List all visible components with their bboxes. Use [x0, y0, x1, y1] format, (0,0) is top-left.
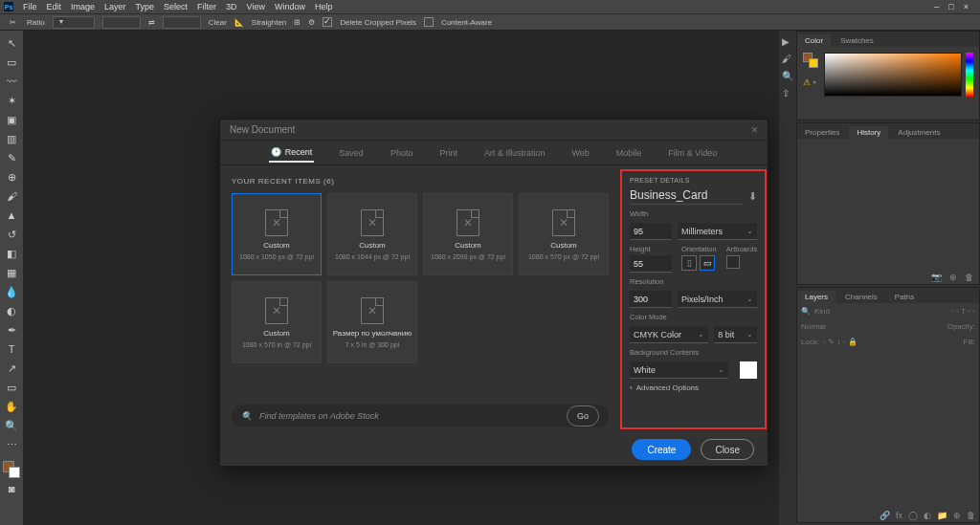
mask-icon[interactable]: ◯ — [908, 511, 918, 520]
tab-recent[interactable]: 🕑Recent — [269, 143, 315, 163]
tab-properties[interactable]: Properties — [797, 126, 847, 139]
crop-tool-icon[interactable]: ▣ — [2, 111, 21, 128]
quick-mask-icon[interactable]: ◙ — [2, 480, 21, 497]
eyedropper-tool-icon[interactable]: ✎ — [2, 149, 21, 166]
play-icon[interactable]: ▶ — [782, 36, 793, 48]
path-tool-icon[interactable]: ↗ — [2, 360, 21, 377]
shape-tool-icon[interactable]: ▭ — [2, 379, 21, 396]
preset-card[interactable]: ✕Custom1080 x 570 in @ 72 ppi — [232, 281, 322, 363]
width-input[interactable] — [102, 16, 141, 29]
color-field[interactable] — [824, 53, 962, 97]
menu-3d[interactable]: 3D — [226, 2, 237, 11]
ratio-dropdown[interactable]: ▾ — [53, 16, 95, 29]
preset-card[interactable]: ✕Custom1080 x 2098 px @ 72 ppi — [423, 193, 513, 275]
artboards-checkbox[interactable] — [726, 255, 740, 269]
straighten-icon[interactable]: 📐 — [234, 18, 244, 27]
healing-tool-icon[interactable]: ⊕ — [2, 168, 21, 186]
tab-saved[interactable]: Saved — [337, 144, 366, 162]
delete-cropped-checkbox[interactable] — [323, 17, 332, 27]
pen-tool-icon[interactable]: ✒ — [2, 321, 21, 339]
tab-history[interactable]: History — [849, 126, 888, 139]
tab-paths[interactable]: Paths — [887, 291, 922, 303]
advanced-options-toggle[interactable]: ›Advanced Options — [630, 383, 757, 392]
preset-card[interactable]: ✕Custom1080 x 1044 px @ 72 ppi — [327, 193, 417, 275]
menu-image[interactable]: Image — [71, 2, 95, 11]
brush-tool-icon[interactable]: 🖌 — [2, 187, 21, 205]
tab-mobile[interactable]: Mobile — [614, 144, 644, 162]
gradient-tool-icon[interactable]: ▦ — [2, 264, 21, 281]
blend-mode-dropdown[interactable]: Normal — [801, 322, 826, 331]
menu-filter[interactable]: Filter — [197, 2, 216, 11]
menu-help[interactable]: Help — [315, 2, 333, 11]
width-unit-dropdown[interactable]: Millimeters⌄ — [678, 223, 757, 240]
orientation-landscape[interactable]: ▭ — [700, 255, 715, 271]
search-icon[interactable]: 🔍 — [782, 71, 793, 82]
swap-icon[interactable]: ⇄ — [148, 18, 155, 27]
dodge-tool-icon[interactable]: ◐ — [2, 302, 21, 319]
content-aware-checkbox[interactable] — [424, 17, 434, 27]
tab-channels[interactable]: Channels — [837, 291, 885, 303]
history-brush-tool-icon[interactable]: ↺ — [2, 226, 21, 243]
edit-toolbar-icon[interactable]: ⋯ — [2, 436, 21, 453]
type-tool-icon[interactable]: T — [2, 340, 21, 358]
new-snapshot-icon[interactable]: 📷 — [931, 273, 942, 282]
menu-file[interactable]: File — [23, 2, 37, 11]
preset-card[interactable]: ✕Размер по умолчанию7 x 5 in @ 300 ppi — [327, 281, 417, 363]
new-layer-icon[interactable]: ⊕ — [953, 511, 961, 520]
menu-type[interactable]: Type — [136, 2, 155, 11]
clear-button[interactable]: Clear — [209, 18, 227, 27]
group-icon[interactable]: 📁 — [937, 511, 947, 520]
window-max-icon[interactable]: □ — [948, 2, 953, 11]
adjustment-layer-icon[interactable]: ◐ — [924, 511, 931, 520]
hand-tool-icon[interactable]: ✋ — [2, 398, 21, 415]
link-layers-icon[interactable]: 🔗 — [880, 511, 890, 520]
move-tool-icon[interactable]: ↖ — [2, 34, 21, 52]
frame-tool-icon[interactable]: ▥ — [2, 130, 21, 147]
window-close-icon[interactable]: × — [964, 2, 969, 11]
color-mode-dropdown[interactable]: CMYK Color⌄ — [630, 326, 708, 343]
gear-icon[interactable]: ⚙ — [308, 18, 315, 27]
hue-slider[interactable] — [966, 53, 973, 97]
menu-view[interactable]: View — [247, 2, 265, 11]
tab-photo[interactable]: Photo — [389, 144, 415, 162]
fx-icon[interactable]: fx — [896, 511, 902, 520]
share-icon[interactable]: ⇪ — [782, 88, 793, 99]
quick-select-tool-icon[interactable]: ✶ — [2, 92, 21, 109]
height-input[interactable] — [163, 16, 201, 29]
bg-contents-dropdown[interactable]: White⌄ — [630, 361, 728, 379]
tab-color[interactable]: Color — [797, 34, 831, 47]
window-min-icon[interactable]: – — [934, 2, 939, 11]
width-input[interactable] — [630, 223, 672, 240]
blur-tool-icon[interactable]: 💧 — [2, 283, 21, 300]
kind-dropdown[interactable]: Kind — [814, 307, 830, 316]
menu-window[interactable]: Window — [275, 2, 305, 11]
height-input[interactable] — [630, 255, 672, 273]
lasso-tool-icon[interactable]: 〰 — [2, 73, 21, 90]
bg-color-swatch[interactable] — [740, 361, 757, 379]
resolution-input[interactable] — [630, 291, 672, 308]
marquee-tool-icon[interactable]: ▭ — [2, 54, 21, 71]
go-button[interactable]: Go — [567, 405, 599, 427]
template-search[interactable]: 🔍 Find templates on Adobe Stock Go — [232, 405, 609, 427]
tab-print[interactable]: Print — [437, 144, 459, 162]
menu-edit[interactable]: Edit — [47, 2, 62, 11]
eraser-tool-icon[interactable]: ◧ — [2, 245, 21, 262]
gamut-warning-icon[interactable]: ⚠ ▫ — [803, 77, 816, 87]
stamp-tool-icon[interactable]: ▲ — [2, 207, 21, 224]
color-swatches[interactable] — [3, 461, 20, 478]
tab-swatches[interactable]: Swatches — [833, 34, 881, 47]
tab-art[interactable]: Art & Illustration — [482, 144, 547, 162]
tab-film[interactable]: Film & Video — [666, 144, 719, 162]
resolution-unit-dropdown[interactable]: Pixels/Inch⌄ — [678, 291, 757, 308]
preset-card[interactable]: ✕Custom1080 x 1050 px @ 72 ppi — [232, 193, 322, 275]
dialog-close-icon[interactable]: × — [751, 123, 758, 137]
preset-card[interactable]: ✕Custom1080 x 570 px @ 72 ppi — [519, 193, 609, 275]
bit-depth-dropdown[interactable]: 8 bit⌄ — [714, 326, 757, 343]
new-state-icon[interactable]: ⊕ — [949, 273, 957, 282]
create-button[interactable]: Create — [632, 439, 691, 460]
close-button[interactable]: Close — [701, 439, 754, 460]
tab-web[interactable]: Web — [569, 144, 590, 162]
panel-swatches[interactable] — [803, 53, 818, 68]
orientation-portrait[interactable]: ▯ — [681, 255, 697, 271]
trash-icon[interactable]: 🗑 — [965, 273, 973, 282]
